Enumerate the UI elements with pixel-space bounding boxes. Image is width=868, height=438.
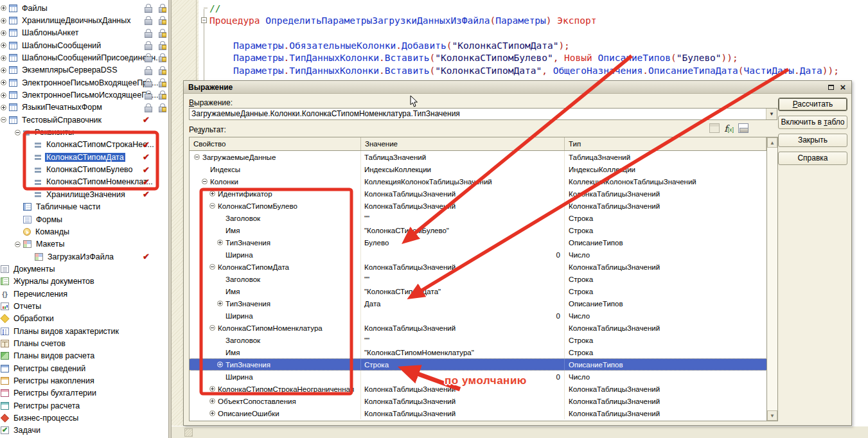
tree-item[interactable]: КолонкаСТипомБулево✔ bbox=[0, 163, 168, 175]
table-scrollbar[interactable]: ▲ ▼ bbox=[767, 137, 778, 421]
collapse-icon[interactable] bbox=[15, 130, 21, 136]
table-row[interactable]: Имя"КолонкаСТипомНоменклатура"Строка bbox=[190, 346, 766, 358]
tree-item-label[interactable]: Формы bbox=[35, 215, 64, 224]
expand-icon[interactable] bbox=[1, 55, 6, 61]
panel-splitter[interactable] bbox=[168, 0, 172, 438]
table-row[interactable]: КолонкаСТипомНоменклатураКолонкаТаблицыЗ… bbox=[190, 322, 766, 334]
table-row[interactable]: Имя"КолонкаСТипомБулево"Строка bbox=[190, 224, 766, 236]
tree-item-label[interactable]: Документы bbox=[12, 265, 56, 274]
column-header-property[interactable]: Свойство bbox=[190, 137, 361, 150]
tree-item[interactable]: Планы видов характеристик bbox=[0, 325, 168, 337]
expand-icon[interactable] bbox=[209, 410, 215, 416]
tree-item[interactable]: ШаблоныСообщений bbox=[0, 39, 168, 51]
tree-item[interactable]: Бизнес-процессы bbox=[0, 412, 168, 424]
tree-item-label[interactable]: Отчеты bbox=[12, 302, 42, 311]
expand-icon[interactable] bbox=[1, 105, 6, 110]
expand-icon[interactable] bbox=[1, 18, 6, 24]
tree-item[interactable]: ХранилищеЗначения✔ bbox=[0, 188, 168, 200]
tree-item-label[interactable]: КолонкаСТипомНоменклат... bbox=[45, 177, 154, 186]
tree-item-label[interactable]: Планы счетов bbox=[12, 339, 67, 348]
table-row[interactable]: КолонкаСТипомБулевоКолонкаТаблицыЗначени… bbox=[190, 200, 766, 212]
table-row[interactable]: Заголовок""Строка bbox=[190, 334, 766, 346]
tree-item-label[interactable]: ШаблоныСообщенийПрисоединенн... bbox=[21, 53, 164, 62]
tree-item[interactable]: Отчеты bbox=[0, 300, 168, 312]
tree-item[interactable]: КолонкаСТипомНоменклат...✔ bbox=[0, 176, 168, 188]
table-row[interactable]: ИндексыИндексыКоллекцииИндексыКоллекции bbox=[190, 163, 766, 175]
tree-item-label[interactable]: Файлы bbox=[21, 4, 49, 13]
tree-item[interactable]: ЗагрузкаИзФайла✔ bbox=[0, 250, 168, 263]
tree-item-label[interactable]: Команды bbox=[34, 227, 71, 236]
tree-item-label[interactable]: Задачи bbox=[12, 426, 42, 435]
tree-item-label[interactable]: ЯзыкиПечатныхФорм bbox=[21, 103, 103, 112]
print-icon[interactable] bbox=[738, 123, 748, 133]
tree-item-label[interactable]: КолонкаСТипомДата bbox=[45, 153, 125, 162]
expression-value[interactable]: ЗагружаемыеДанные.Колонки.КолонкаСТипомН… bbox=[190, 109, 766, 119]
tree-item-label[interactable]: Регистры сведений bbox=[12, 364, 87, 373]
tree-item[interactable]: Планы счетов bbox=[0, 337, 168, 349]
table-row[interactable]: ЗагружаемыеДанныеТаблицаЗначенийТаблицаЗ… bbox=[190, 151, 766, 163]
dialog-titlebar[interactable]: Выражение × bbox=[184, 81, 851, 94]
expand-icon[interactable] bbox=[1, 5, 6, 11]
dialog-button-закрыть[interactable]: Закрыть bbox=[778, 134, 847, 147]
tree-item[interactable]: {}Перечисления bbox=[0, 288, 168, 300]
scroll-down-icon[interactable]: ▼ bbox=[767, 410, 777, 421]
code-line[interactable]: Параметры.ТипДанныхКолонки.Вставить("Кол… bbox=[233, 52, 738, 64]
tree-item-label[interactable]: Планы видов характеристик bbox=[12, 327, 120, 336]
expand-icon[interactable] bbox=[1, 42, 6, 48]
tree-item[interactable]: Команды bbox=[0, 225, 168, 238]
dialog-button-рассчитать[interactable]: Рассчитать bbox=[778, 98, 847, 111]
tree-item[interactable]: ТестовыйСправочник✔ bbox=[0, 114, 168, 126]
table-row[interactable]: ОбъектСопоставленияКолонкаТаблицыЗначени… bbox=[190, 395, 766, 407]
tree-item[interactable]: Табличные части bbox=[0, 201, 168, 213]
table-row[interactable]: Имя"КолонкаСТипомДата"Строка bbox=[190, 285, 766, 297]
expand-icon[interactable] bbox=[1, 92, 6, 98]
tree-item[interactable]: Формы bbox=[0, 213, 168, 225]
column-header-value[interactable]: Значение bbox=[361, 137, 565, 150]
resize-grip[interactable] bbox=[184, 428, 193, 437]
collapse-icon[interactable] bbox=[209, 325, 215, 331]
table-row[interactable]: КолонкиКоллекцияКолонокТаблицыЗначенийКо… bbox=[190, 175, 766, 188]
tree-item[interactable]: ШаблоныСообщенийПрисоединенн... bbox=[0, 51, 168, 64]
restore-window-icon[interactable] bbox=[826, 83, 836, 92]
table-row[interactable]: ТипЗначенияДатаОписаниеТипов bbox=[190, 297, 766, 310]
expand-icon[interactable] bbox=[217, 362, 223, 367]
table-row[interactable]: ИдентификаторКолонкаТаблицыЗначенийКолон… bbox=[190, 188, 766, 200]
tree-item[interactable]: ШаблоныАнкет bbox=[0, 27, 168, 39]
code-line[interactable]: // bbox=[209, 3, 220, 15]
tree-item[interactable]: КолонкаСТипомСтрокаНео...✔ bbox=[0, 139, 168, 151]
code-line[interactable]: Параметры.ОбязательныеКолонки.Добавить("… bbox=[233, 40, 570, 52]
table-row[interactable]: ОписаниеОшибкиКолонкаТаблицыЗначенийКоло… bbox=[190, 407, 766, 419]
tree-item-label[interactable]: ЭлектронноеПисьмоВходящееПри... bbox=[21, 78, 159, 87]
table-row[interactable]: Ширина0Число bbox=[190, 249, 766, 261]
tree-item[interactable]: ЭлектронноеПисьмоВходящееПри... bbox=[0, 76, 168, 89]
tree-item[interactable]: Регистры накопления bbox=[0, 374, 168, 387]
column-header-type[interactable]: Тип bbox=[565, 137, 766, 150]
tree-item-label[interactable]: Планы видов расчета bbox=[12, 351, 96, 360]
scroll-up-icon[interactable]: ▲ bbox=[767, 137, 777, 148]
table-row[interactable]: ТипЗначенияСтрокаОписаниеТипов bbox=[190, 358, 766, 371]
fold-collapse-icon[interactable]: − bbox=[201, 17, 207, 23]
expand-icon[interactable] bbox=[209, 398, 215, 404]
tree-item-label[interactable]: ХранилищеЗначения bbox=[45, 190, 127, 199]
collapse-icon[interactable] bbox=[209, 203, 215, 209]
table-row[interactable]: Заголовок""Строка bbox=[190, 212, 766, 224]
collapse-icon[interactable] bbox=[202, 179, 208, 184]
tree-item[interactable]: Журналы документов bbox=[0, 276, 168, 288]
tree-item[interactable]: КолонкаСТипомДата✔ bbox=[0, 151, 168, 163]
expand-icon[interactable] bbox=[217, 240, 223, 245]
tree-item-label[interactable]: Обработки bbox=[12, 314, 55, 323]
table-row[interactable]: Ширина0Число bbox=[190, 371, 766, 383]
collapse-icon[interactable] bbox=[15, 241, 21, 247]
table-row[interactable]: КолонкаСТипомСтрокаНеограниченнаяКолонка… bbox=[190, 383, 766, 395]
tree-item-label[interactable]: ХранилищеДвоичныхДанных bbox=[21, 16, 132, 25]
tree-item-label[interactable]: Журналы документов bbox=[12, 277, 96, 286]
expand-icon[interactable] bbox=[209, 386, 215, 392]
tree-item-label[interactable]: Регистры накопления bbox=[12, 376, 96, 385]
expression-combobox[interactable]: ЗагружаемыеДанные.Колонки.КолонкаСТипомН… bbox=[189, 108, 777, 120]
dialog-button-справка[interactable]: Справка bbox=[778, 152, 847, 165]
tree-item[interactable]: ЯзыкиПечатныхФорм bbox=[0, 101, 168, 114]
table-row[interactable]: ТипЗначенияБулевоОписаниеТипов bbox=[190, 236, 766, 249]
tree-item[interactable]: Регистры бухгалтерии bbox=[0, 387, 168, 399]
tree-item-label[interactable]: ЭлектронноеПисьмоИсходящееПр... bbox=[21, 91, 160, 100]
tree-item[interactable]: Файлы bbox=[0, 2, 168, 14]
